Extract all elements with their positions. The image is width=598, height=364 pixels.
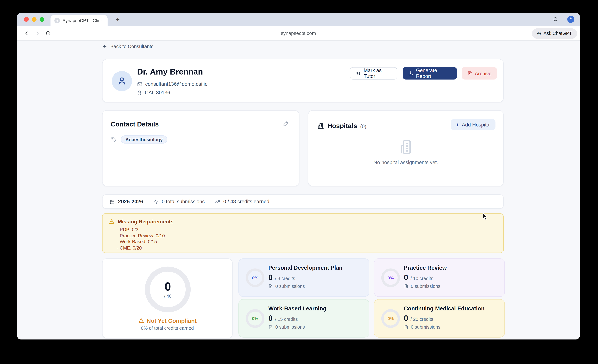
browser-toolbar: synapsecpt.com ❋ Ask ChatGPT — [17, 26, 580, 41]
category-progress-ring: 0% — [381, 268, 400, 287]
category-card-cme[interactable]: 0% Continuing Medical Education 0/ 20 cr… — [374, 299, 505, 338]
back-icon[interactable] — [21, 30, 32, 36]
category-progress-ring: 0% — [381, 309, 400, 328]
missing-requirements-title: Missing Requirements — [118, 219, 174, 225]
document-icon — [268, 284, 273, 289]
archive-button[interactable]: Archive — [462, 67, 497, 79]
category-earned: 0 — [404, 273, 408, 282]
category-title: Personal Development Plan — [268, 265, 342, 271]
category-submissions: 0 submissions — [275, 324, 305, 330]
missing-item: - Work-Based: 0/15 — [117, 239, 165, 245]
compliance-credits-value: 0 — [165, 281, 171, 292]
ask-chatgpt-label: Ask ChatGPT — [544, 31, 572, 36]
browser-window: SynapseCPT - Clinica + synapsecpt.com — [17, 13, 580, 340]
compliance-subtext: 0% of total credits earned — [102, 325, 232, 331]
missing-requirements-banner: Missing Requirements - PDP: 0/3 - Practi… — [102, 213, 504, 253]
divider — [563, 17, 563, 22]
warning-triangle-icon — [109, 219, 115, 225]
archive-icon — [467, 71, 472, 76]
category-title: Work-Based Learning — [268, 305, 326, 312]
compliance-credits-total: / 48 — [164, 293, 171, 298]
category-total: / 15 credits — [275, 317, 298, 322]
profile-header-card: Dr. Amy Brennan consultant136@demo.cai.i… — [102, 59, 504, 102]
person-icon — [117, 76, 127, 86]
contact-details-card: Contact Details Anaesthesiology — [102, 110, 299, 186]
category-title: Practice Review — [404, 265, 447, 271]
close-window-button[interactable] — [24, 17, 29, 22]
category-earned: 0 — [268, 314, 273, 323]
category-submissions: 0 submissions — [411, 324, 440, 330]
category-progress-ring: 0% — [246, 309, 265, 328]
category-submissions: 0 submissions — [275, 284, 305, 289]
back-to-consultants-link[interactable]: Back to Consultants — [102, 44, 153, 49]
avatar — [112, 71, 132, 91]
arrow-left-icon — [102, 44, 108, 49]
missing-item: - Practice Review: 0/10 — [117, 233, 165, 239]
generate-report-button[interactable]: Generate Report — [403, 67, 457, 79]
category-submissions: 0 submissions — [411, 284, 440, 289]
page-title: Dr. Amy Brennan — [137, 67, 203, 76]
consultant-registration: CAI: 30136 — [145, 90, 170, 96]
period-stats-bar: 2025-2026 0 total submissions 0 / 48 cre… — [102, 194, 504, 209]
warning-triangle-icon — [138, 318, 144, 324]
category-total: / 3 credits — [275, 276, 295, 281]
page-content: Back to Consultants Dr. Amy Brennan cons… — [17, 41, 580, 340]
training-year: 2025-2026 — [118, 199, 143, 204]
category-total: / 10 credits — [410, 276, 433, 281]
tab-favicon-icon — [54, 18, 60, 23]
ask-chatgpt-button[interactable]: ❋ Ask ChatGPT — [532, 28, 577, 39]
browser-tabstrip: SynapseCPT - Clinica + — [17, 13, 580, 26]
address-bar[interactable]: synapsecpt.com — [17, 31, 580, 36]
credits-earned: 0 / 48 credits earned — [223, 199, 269, 204]
hospitals-count: (0) — [360, 123, 366, 129]
screen: SynapseCPT - Clinica + synapsecpt.com — [0, 0, 598, 364]
category-earned: 0 — [404, 314, 408, 323]
empty-hospital-icon — [308, 138, 503, 155]
download-icon — [408, 71, 413, 76]
mark-as-tutor-button[interactable]: Mark as Tutor — [350, 67, 397, 79]
document-icon — [404, 284, 408, 289]
category-total: / 20 credits — [410, 317, 433, 322]
award-icon — [137, 90, 142, 95]
consultant-email: consultant136@demo.cai.ie — [145, 81, 208, 87]
new-tab-button[interactable]: + — [113, 14, 123, 24]
hospitals-empty-text: No hospital assignments yet. — [308, 159, 503, 165]
add-hospital-button[interactable]: + Add Hospital — [451, 119, 496, 130]
category-earned: 0 — [268, 273, 273, 282]
compliance-progress-ring: 0 / 48 — [145, 267, 191, 312]
total-submissions: 0 total submissions — [162, 199, 205, 204]
category-title: Continuing Medical Education — [404, 305, 485, 312]
specialty-tag: Anaesthesiology — [121, 135, 167, 144]
hospitals-card: Hospitals (0) + Add Hospital No hospital… — [308, 110, 504, 186]
mail-icon — [137, 81, 142, 87]
mouse-cursor — [482, 213, 488, 222]
missing-item: - CME: 0/20 — [117, 245, 165, 251]
missing-requirements-list: - PDP: 0/3 - Practice Review: 0/10 - Wor… — [117, 227, 165, 251]
missing-item: - PDP: 0/3 — [117, 227, 165, 233]
document-icon — [268, 325, 273, 329]
reload-icon[interactable] — [43, 31, 54, 36]
activity-icon — [153, 199, 158, 204]
category-card-work-based[interactable]: 0% Work-Based Learning 0/ 15 credits 0 s… — [238, 299, 369, 338]
compliance-status: Not Yet Compliant — [147, 317, 197, 324]
trending-up-icon — [215, 199, 220, 204]
compliance-summary-card: 0 / 48 Not Yet Compliant 0% of total cre… — [102, 258, 233, 338]
category-card-practice-review[interactable]: 0% Practice Review 0/ 10 credits 0 submi… — [374, 258, 505, 297]
minimize-window-button[interactable] — [32, 17, 37, 22]
contact-details-title: Contact Details — [111, 121, 159, 129]
calendar-icon — [109, 199, 115, 204]
tab-title: SynapseCPT - Clinica — [63, 18, 103, 23]
search-icon[interactable] — [553, 17, 558, 22]
edit-pencil-icon[interactable] — [283, 121, 289, 128]
forward-icon[interactable] — [32, 30, 43, 36]
document-icon — [404, 325, 408, 329]
browser-profile-avatar[interactable] — [567, 16, 574, 23]
hospitals-title: Hospitals — [327, 122, 357, 130]
plus-icon: + — [456, 121, 459, 128]
zoom-window-button[interactable] — [40, 17, 44, 22]
category-card-pdp[interactable]: 0% Personal Development Plan 0/ 3 credit… — [238, 258, 369, 297]
active-tab[interactable]: SynapseCPT - Clinica — [50, 15, 108, 26]
openai-logo-icon: ❋ — [537, 31, 541, 36]
window-controls[interactable] — [24, 17, 44, 22]
tag-icon — [111, 137, 117, 142]
